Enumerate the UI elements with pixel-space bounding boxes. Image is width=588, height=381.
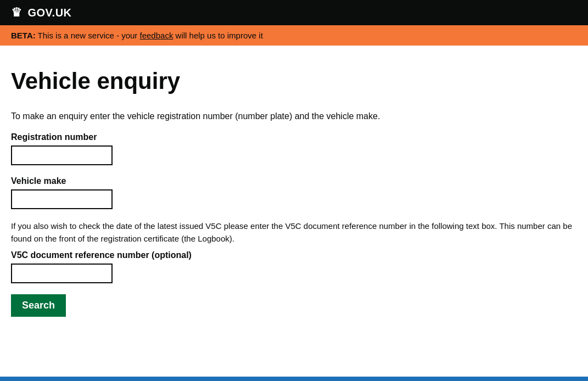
registration-number-input[interactable] bbox=[11, 145, 113, 165]
vehicle-make-group: Vehicle make bbox=[11, 176, 577, 209]
crown-icon: ♛ bbox=[11, 5, 23, 20]
vehicle-make-label: Vehicle make bbox=[11, 176, 577, 186]
logo-text: GOV.UK bbox=[28, 7, 72, 19]
beta-text: This is a new service - your bbox=[36, 31, 140, 40]
search-button[interactable]: Search bbox=[11, 294, 66, 317]
beta-banner: BETA: This is a new service - your feedb… bbox=[0, 25, 588, 46]
beta-text-after: will help us to improve it bbox=[173, 31, 262, 40]
site-header: ♛ GOV.UK bbox=[0, 0, 588, 25]
gov-uk-logo: ♛ GOV.UK bbox=[11, 5, 72, 20]
beta-label: BETA: bbox=[11, 31, 36, 40]
v5c-hint-text: If you also wish to check the date of th… bbox=[11, 220, 577, 245]
registration-number-group: Registration number bbox=[11, 132, 577, 165]
registration-number-label: Registration number bbox=[11, 132, 577, 142]
page-description: To make an enquiry enter the vehicle reg… bbox=[11, 111, 577, 121]
page-title: Vehicle enquiry bbox=[11, 68, 577, 95]
v5c-number-label: V5C document reference number (optional) bbox=[11, 250, 577, 260]
v5c-number-group: V5C document reference number (optional) bbox=[11, 250, 577, 283]
main-content: Vehicle enquiry To make an enquiry enter… bbox=[0, 46, 588, 339]
v5c-number-input[interactable] bbox=[11, 264, 113, 283]
feedback-link[interactable]: feedback bbox=[140, 31, 173, 40]
vehicle-make-input[interactable] bbox=[11, 189, 113, 209]
